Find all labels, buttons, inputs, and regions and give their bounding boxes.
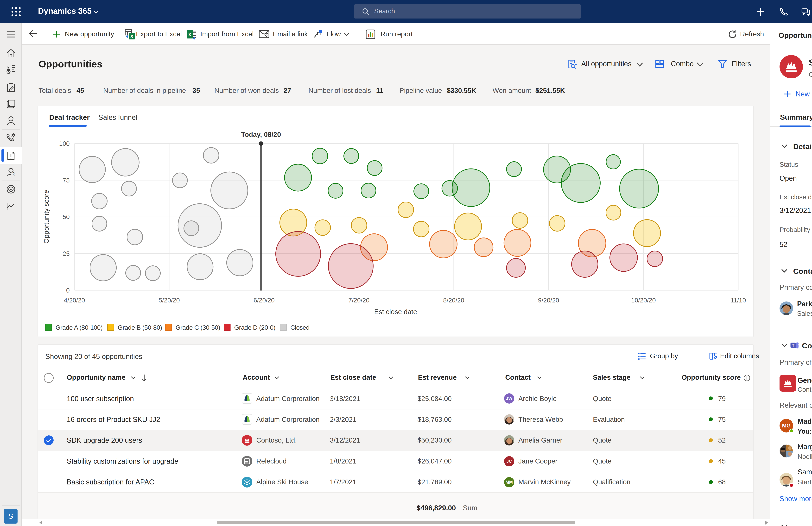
svg-text:Grade B (50-80): Grade B (50-80) (118, 324, 162, 331)
svg-text:Opportunity score: Opportunity score (43, 190, 50, 244)
svg-text:100: 100 (59, 140, 70, 147)
svg-text:11/10: 11/10 (731, 297, 746, 304)
svg-text:4/20/20: 4/20/20 (64, 297, 85, 304)
svg-text:5/20/20: 5/20/20 (159, 297, 180, 304)
svg-text:Closed: Closed (290, 324, 309, 331)
svg-text:6/20/20: 6/20/20 (253, 297, 275, 304)
svg-text:75: 75 (63, 177, 70, 184)
svg-text:0: 0 (66, 287, 70, 294)
svg-text:25: 25 (63, 250, 70, 257)
svg-text:T: T (792, 343, 795, 348)
svg-text:Today, 08/20: Today, 08/20 (241, 131, 281, 138)
svg-text:50: 50 (63, 213, 70, 220)
svg-text:9/20/20: 9/20/20 (538, 297, 559, 304)
svg-text:Est close date: Est close date (374, 308, 417, 316)
svg-text:8/20/20: 8/20/20 (443, 297, 464, 304)
svg-text:Grade A (80-100): Grade A (80-100) (56, 324, 103, 331)
svg-text:Grade C (30-50): Grade C (30-50) (176, 324, 220, 331)
svg-text:X: X (188, 32, 191, 38)
svg-text:Grade D (20-0): Grade D (20-0) (234, 324, 275, 331)
svg-text:?: ? (12, 171, 15, 176)
svg-text:7/20/20: 7/20/20 (348, 297, 369, 304)
svg-text:10/20/20: 10/20/20 (631, 297, 656, 304)
svg-text:X: X (130, 33, 133, 39)
